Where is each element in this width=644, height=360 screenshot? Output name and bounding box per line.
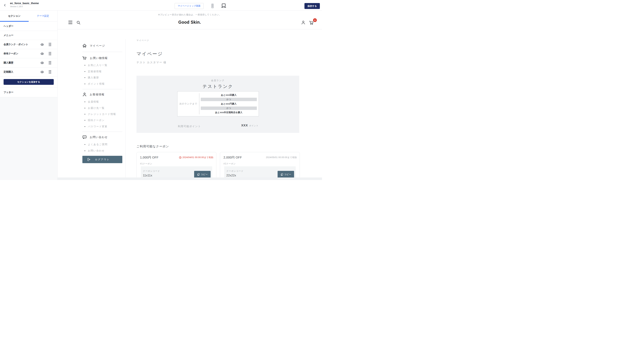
coupon-code-label: クーポンコード — [226, 169, 244, 173]
section-row-menu[interactable]: メニュー — [0, 31, 57, 40]
chat-bubble-icon — [82, 135, 87, 139]
rank-and-bar: かつ — [201, 98, 257, 101]
rank-condition: あとxxx回購入 — [201, 94, 257, 97]
nav-mypage-home[interactable]: マイページ — [82, 44, 105, 48]
drag-handle-icon[interactable] — [49, 43, 51, 46]
member-rank-card: 会員ランク テストランク 次のランクまで あとxxx回購入 かつ あとxxx円購… — [136, 76, 299, 133]
copy-icon — [197, 173, 200, 176]
visibility-eye-icon[interactable] — [40, 52, 44, 55]
person-outline-icon — [82, 92, 87, 97]
account-icon[interactable] — [301, 20, 306, 25]
logout-icon — [87, 157, 90, 161]
nav-group-contact: お問い合わせ — [82, 135, 108, 139]
cart-outline-icon — [82, 56, 87, 60]
coupon-code-value: 11x11x — [143, 174, 152, 177]
page-title: マイページ — [136, 51, 163, 57]
preview-page-selector[interactable]: マイページトップ画面 — [174, 3, 204, 9]
tab-sections[interactable]: セクション — [0, 11, 29, 22]
section-row-header[interactable]: ヘッダー — [0, 22, 57, 31]
section-row-subscription[interactable]: 定期購入 — [0, 67, 57, 77]
nav-item-change-password[interactable]: パスワード変更 — [84, 125, 108, 128]
nav-item-addresses[interactable]: お届け先一覧 — [84, 106, 104, 110]
nav-divider — [82, 89, 122, 89]
nav-item-invite-coupon[interactable]: 招待クーポン — [84, 119, 104, 122]
nav-main-divider — [126, 39, 126, 177]
rank-and-bar: かつ — [201, 106, 257, 110]
rank-condition: あとxxx件定期商品を購入 — [201, 111, 257, 114]
nav-item-favorites[interactable]: お気に入り一覧 — [84, 64, 108, 67]
nav-item-faq[interactable]: よくあるご質問 — [84, 143, 108, 146]
home-icon — [82, 44, 87, 48]
drag-handle-icon[interactable] — [49, 70, 51, 74]
rank-label: 会員ランク — [136, 79, 299, 82]
visibility-eye-icon[interactable] — [40, 43, 44, 46]
preview-bottom-strip — [57, 177, 322, 180]
logout-button[interactable]: ログアウト — [82, 156, 122, 163]
editor-sidebar: セクション テーマ設定 ヘッダー メニュー 会員ランク・ポイント 保有クーポン … — [0, 11, 58, 180]
nav-item-credit-card[interactable]: クレジットカード情報 — [84, 113, 116, 116]
copy-button[interactable]: コピー — [278, 171, 294, 178]
shop-body: マイページ お買い物情報 お気に入り一覧 定期便情報 購入履歴 ポイント情報 お… — [57, 29, 322, 180]
theme-title-block: ec_force_basic_theme Version 1.18.0 — [10, 2, 39, 8]
coupon-amount: 2,000円 OFF — [224, 155, 242, 159]
rank-conditions: あとxxx回購入 かつ あとxxx円購入 かつ あとxxx件定期商品を購入 — [201, 94, 257, 114]
section-row-purchase-history[interactable]: 購入履歴 — [0, 58, 57, 67]
visibility-eye-icon[interactable] — [40, 70, 44, 74]
drag-handle-icon[interactable] — [49, 52, 51, 55]
breadcrumb[interactable]: マイページ — [136, 39, 149, 42]
nav-item-contact[interactable]: お問い合わせ — [84, 149, 105, 152]
mobile-preview-icon[interactable] — [211, 4, 214, 8]
sidebar-tabs: セクション テーマ設定 — [0, 11, 57, 22]
nav-item-subscription-info[interactable]: 定期便情報 — [84, 70, 102, 73]
next-rank-label: 次のランクまで — [178, 91, 199, 116]
coupon-code-value: 22x22x — [226, 174, 236, 177]
theme-version: Version 1.18.0 — [10, 5, 39, 8]
clock-icon — [179, 156, 182, 159]
coupon-name: #2クーポン — [224, 162, 236, 165]
add-section-wrap: セクションを追加する — [0, 77, 57, 87]
preview-notice: ※プレビュー表示が崩れた場合は、一度保存してください。 — [57, 13, 322, 16]
coupon-name: #1クーポン — [140, 162, 152, 165]
editor-topbar: ec_force_basic_theme Version 1.18.0 マイペー… — [0, 0, 322, 11]
coupon-expiry: 2024/04/01 00:00:00まで有効 — [179, 156, 213, 159]
nav-item-point-info[interactable]: ポイント情報 — [84, 82, 105, 86]
nav-item-member-info[interactable]: 会員情報 — [84, 100, 99, 103]
add-section-button[interactable]: セクションを追加する — [4, 79, 54, 85]
nav-item-purchase-history[interactable]: 購入履歴 — [84, 76, 99, 79]
coupon-code-label: クーポンコード — [143, 169, 160, 173]
nav-divider — [82, 52, 122, 52]
chevron-left-icon — [4, 4, 7, 7]
coupon-card: 1,000円 OFF 2024/04/01 00:00:00まで有効 #1クーポ… — [136, 152, 216, 180]
section-row-footer[interactable]: フッター — [0, 87, 57, 97]
section-label: フッター — [4, 91, 54, 94]
coupon-card: 2,000円 OFF 2024/05/01 00:00:00まで有効 #2クーポ… — [220, 152, 300, 180]
coupons-section-title: ご利用可能なクーポン — [136, 144, 169, 148]
section-row-coupons[interactable]: 保有クーポン — [0, 49, 57, 58]
copy-icon — [280, 173, 284, 176]
rank-name: テストランク — [136, 84, 299, 89]
points-label: 利用可能ポイント — [178, 125, 201, 128]
section-label: メニュー — [4, 34, 51, 37]
theme-title: ec_force_basic_theme — [10, 2, 39, 5]
sidebar-empty-area — [0, 97, 57, 180]
coupon-expiry: 2024/05/01 00:00:00まで有効 — [266, 156, 297, 159]
copy-button[interactable]: コピー — [194, 171, 210, 178]
back-button[interactable] — [2, 3, 8, 8]
tab-theme-settings[interactable]: テーマ設定 — [29, 11, 57, 22]
section-label: ヘッダー — [4, 25, 51, 28]
save-button[interactable]: 保存する — [304, 3, 320, 9]
points-value: XXX ポイント — [241, 124, 258, 127]
cart-count-badge: 0 — [313, 18, 317, 22]
nav-group-shopping: お買い物情報 — [82, 56, 108, 60]
section-label: 定期購入 — [4, 70, 40, 74]
customer-name: テスト カスタマー 様 — [136, 61, 166, 64]
desktop-preview-icon[interactable] — [221, 4, 226, 8]
drag-handle-icon[interactable] — [49, 61, 51, 64]
next-rank-box: 次のランクまで あとxxx回購入 かつ あとxxx円購入 かつ あとxxx件定期… — [177, 91, 259, 116]
shop-preview: ※プレビュー表示が崩れた場合は、一度保存してください。 Good Skin. 0… — [57, 11, 322, 180]
rank-condition: あとxxx円購入 — [201, 102, 257, 105]
section-row-member-rank[interactable]: 会員ランク・ポイント — [0, 40, 57, 49]
shop-logo[interactable]: Good Skin. — [57, 20, 322, 25]
nav-group-customer: お客様情報 — [82, 92, 104, 97]
visibility-eye-icon[interactable] — [40, 61, 44, 65]
